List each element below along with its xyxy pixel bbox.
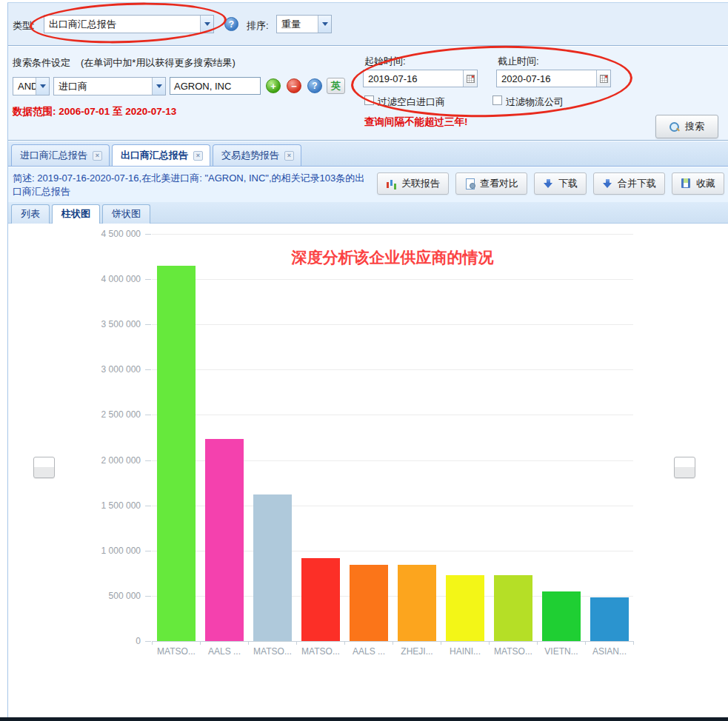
x-axis-tick <box>537 641 538 645</box>
gridline <box>152 415 633 415</box>
x-axis-label: VIETN... <box>537 646 586 657</box>
bar-matso[interactable] <box>157 266 196 641</box>
bar-matso[interactable] <box>301 558 340 641</box>
x-axis-label: ASIAN... <box>585 646 634 657</box>
x-axis-tick <box>441 641 441 645</box>
gridline <box>152 369 633 370</box>
x-axis-tick <box>296 641 297 645</box>
gridline <box>152 279 633 280</box>
x-axis-label: AALS ... <box>200 646 249 657</box>
x-axis-tick <box>585 641 586 645</box>
x-axis-tick <box>393 641 393 645</box>
y-axis-label: 4 500 000 <box>44 229 141 239</box>
x-axis-tick <box>489 641 490 645</box>
bar-zheji[interactable] <box>398 565 436 641</box>
gridline <box>152 234 633 235</box>
chart-scroll-right-button[interactable] <box>674 457 695 478</box>
bottom-border-bar <box>0 717 728 721</box>
gridline <box>152 324 633 325</box>
y-axis-tick <box>145 279 151 280</box>
y-axis-label: 3 500 000 <box>44 319 141 329</box>
y-axis-label: 1 500 000 <box>44 500 141 511</box>
x-axis-tick <box>633 641 634 645</box>
y-axis-label: 3 000 000 <box>44 364 141 375</box>
y-axis-tick <box>145 596 151 597</box>
x-axis-tick <box>344 641 345 645</box>
x-axis-label: MATSO... <box>152 646 201 657</box>
x-axis-tick <box>200 641 201 645</box>
chart-scroll-left-button[interactable] <box>33 457 55 478</box>
x-axis-label: HAINI... <box>441 646 490 657</box>
x-axis-label: AALS ... <box>344 646 393 657</box>
bar-chart: 4 500 0004 000 0003 500 0003 000 0002 50… <box>0 0 728 721</box>
y-axis-tick <box>145 369 151 370</box>
bar-haini[interactable] <box>446 575 484 641</box>
x-axis-tick <box>152 641 153 645</box>
y-axis-label: 4 000 000 <box>44 274 141 284</box>
y-axis-label: 2 500 000 <box>44 409 141 420</box>
bar-matso[interactable] <box>253 494 292 641</box>
bar-asian[interactable] <box>590 597 629 641</box>
y-axis-tick <box>145 460 151 461</box>
chart-title: 深度分析该企业供应商的情况 <box>244 247 541 268</box>
bar-vietn[interactable] <box>542 591 581 641</box>
x-axis-label: MATSO... <box>248 646 297 657</box>
y-axis-tick <box>145 415 151 415</box>
y-axis-tick <box>145 324 151 325</box>
x-axis-label: ZHEJI... <box>393 646 441 657</box>
x-axis-label: MATSO... <box>489 646 538 657</box>
app-window: 类型: 出口商汇总报告 ? 排序: 重量 搜索条件设定 (在单词中加*用以获得更… <box>0 0 728 721</box>
y-axis-tick <box>145 551 151 551</box>
y-axis-label: 2 000 000 <box>44 455 141 466</box>
y-axis-label: 0 <box>44 636 141 646</box>
bar-matso[interactable] <box>494 575 532 641</box>
y-axis-tick <box>145 641 151 642</box>
bar-aals[interactable] <box>350 565 388 641</box>
x-axis-label: MATSO... <box>296 646 345 657</box>
x-axis-tick <box>248 641 249 645</box>
y-axis-label: 1 000 000 <box>44 546 141 556</box>
y-axis-tick <box>145 506 151 506</box>
bar-aals[interactable] <box>205 439 244 641</box>
y-axis-label: 500 000 <box>44 591 141 601</box>
y-axis-tick <box>145 234 151 235</box>
